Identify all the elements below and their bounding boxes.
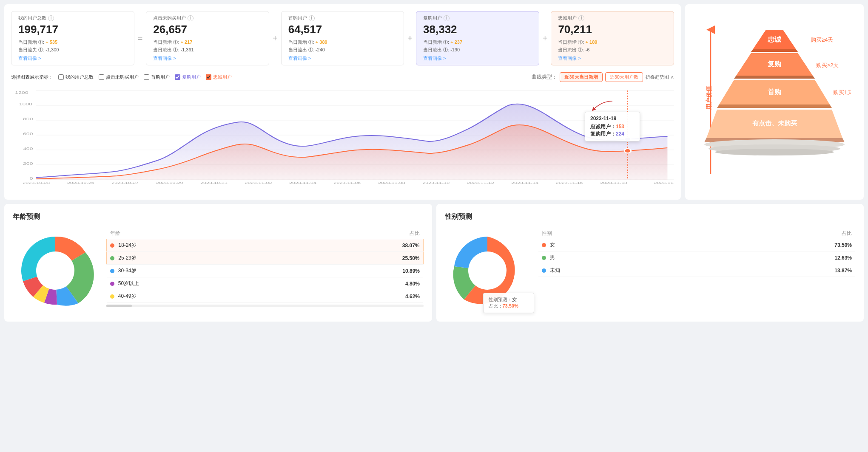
operator1: =: [134, 34, 146, 43]
stat-detail-total: 当日新增 ①: + 535 当日流失 ①: -1,300: [18, 39, 127, 54]
age-donut-container: [13, 228, 98, 313]
stat-value-first: 64,517: [288, 23, 397, 36]
stat-card-first-buy: 首购用户 i 64,517 当日新增 ①: + 389 当日流出 ①: -240…: [281, 11, 404, 65]
svg-point-15: [624, 137, 631, 141]
gender-table-row: 女 73.50%: [538, 239, 856, 251]
svg-text:200: 200: [23, 161, 33, 166]
svg-text:购买1天: 购买1天: [833, 89, 851, 96]
checkbox-loyal[interactable]: [206, 74, 211, 80]
age-table-row: 30-34岁 10.89%: [107, 265, 424, 277]
stat-title-first: 首购用户 i: [288, 15, 397, 21]
gender-table-wrapper: 性别 占比 女 73.50% 男 12.63% 未知 13.87%: [538, 228, 856, 277]
svg-text:购买≥4天: 购买≥4天: [811, 37, 833, 43]
chart-controls: 选择图表展示指标： 我的用户总数 点击未购买用户 首购用户 复购用户 忠: [11, 72, 674, 82]
svg-text:2023-11-18: 2023-11-18: [600, 181, 627, 184]
chart-arrow-annotation: [589, 99, 615, 112]
stat-detail-loyal: 当日新增 ①: + 189 当日流出 ①: -6: [558, 39, 667, 54]
svg-text:2023-10-23: 2023-10-23: [23, 181, 50, 184]
age-data-table: 年龄 占比 18-24岁 38.07% 25-29岁 25.50% 30-34岁…: [106, 228, 424, 303]
stat-link-total[interactable]: 查看画像 >: [18, 55, 127, 62]
operator4: +: [539, 34, 551, 43]
age-table-row: 50岁以上 4.80%: [107, 277, 424, 290]
checkbox-repurchase[interactable]: [175, 74, 180, 80]
info-icon-first[interactable]: i: [309, 15, 315, 21]
svg-marker-41: [734, 76, 815, 79]
svg-text:2023-11-16: 2023-11-16: [556, 181, 583, 184]
age-scrollbar[interactable]: [106, 305, 424, 307]
stat-value-click: 26,657: [153, 23, 262, 36]
gender-tooltip: 性别预测：女 占比：73.50%: [483, 293, 534, 313]
gender-card-title: 性别预测: [445, 212, 856, 221]
bottom-section: 年龄预测: [4, 204, 864, 322]
legend-total[interactable]: 我的用户总数: [58, 74, 94, 80]
main-container: 我的用户总数 i 199,717 当日新增 ①: + 535 当日流失 ①: -…: [0, 0, 868, 452]
gender-data-table: 性别 占比 女 73.50% 男 12.63% 未知 13.87%: [538, 228, 856, 277]
info-icon-loyal[interactable]: i: [578, 15, 584, 21]
right-panel: 用户价值 忠诚 购买≥4天 复购 购买≥2天 首购: [685, 4, 864, 200]
top-section: 我的用户总数 i 199,717 当日新增 ①: + 535 当日流失 ①: -…: [4, 4, 864, 200]
checkbox-first[interactable]: [144, 74, 149, 80]
arrow-svg: [589, 99, 615, 112]
btn-daily-increase[interactable]: 近30天当日新增: [560, 72, 602, 82]
legend-repurchase[interactable]: 复购用户: [175, 74, 201, 80]
stat-detail-first: 当日新增 ①: + 389 当日流出 ①: -240: [288, 39, 397, 54]
fold-chart-btn[interactable]: 折叠趋势图 ∧: [646, 74, 674, 80]
stat-card-repurchase: 复购用户 i 38,332 当日新增 ①: + 237 当日流出 ①: -190…: [416, 11, 539, 65]
chart-legend: 选择图表展示指标： 我的用户总数 点击未购买用户 首购用户 复购用户 忠: [11, 74, 232, 80]
svg-text:首购: 首购: [768, 88, 781, 96]
stat-value-loyal: 70,211: [558, 23, 667, 36]
svg-text:购买≥2天: 购买≥2天: [816, 62, 839, 68]
age-table-row: 40-49岁 4.62%: [107, 290, 424, 303]
svg-text:2023-11-02: 2023-11-02: [245, 181, 272, 184]
info-icon-repurchase[interactable]: i: [444, 15, 450, 21]
stat-title-repurchase: 复购用户 i: [423, 15, 532, 21]
stat-link-first[interactable]: 查看画像 >: [288, 55, 397, 62]
stat-link-click[interactable]: 查看画像 >: [153, 55, 262, 62]
stat-link-repurchase[interactable]: 查看画像 >: [423, 55, 532, 62]
stat-link-loyal[interactable]: 查看画像 >: [558, 55, 667, 62]
age-table-row: 18-24岁 38.07%: [107, 239, 424, 252]
checkbox-total[interactable]: [58, 74, 64, 80]
stat-title-loyal: 忠诚用户 i: [558, 15, 667, 21]
ratio-col-header: 占比: [296, 228, 423, 239]
age-scrollbar-thumb[interactable]: [106, 305, 132, 307]
gender-tooltip-ratio: 占比：73.50%: [489, 303, 529, 309]
svg-marker-37: [751, 49, 798, 52]
btn-user-count[interactable]: 近30天用户数: [605, 72, 643, 82]
age-table-row: 25-29岁 25.50%: [107, 252, 424, 265]
age-card-title: 年龄预测: [13, 212, 424, 221]
svg-text:2023-11-06: 2023-11-06: [334, 181, 361, 184]
svg-point-53: [36, 251, 74, 290]
gender-donut-container: 性别预测：女 占比：73.50%: [445, 228, 530, 313]
gender-tooltip-label: 性别预测：女: [489, 297, 529, 303]
stat-title-click: 点击未购买用户 i: [153, 15, 262, 21]
svg-text:1200: 1200: [15, 90, 28, 95]
legend-loyal[interactable]: 忠诚用户: [206, 74, 232, 80]
stat-card-total: 我的用户总数 i 199,717 当日新增 ①: + 535 当日流失 ①: -…: [11, 11, 134, 65]
chart-svg: 0 200 400 600 800 1000 1200: [11, 86, 674, 184]
legend-click[interactable]: 点击未购买用户: [99, 74, 139, 80]
info-icon-total[interactable]: i: [48, 15, 54, 21]
svg-text:忠诚: 忠诚: [767, 36, 781, 43]
gender-prediction-card: 性别预测: [436, 204, 864, 322]
gender-col-header: 性别: [538, 228, 700, 239]
svg-text:有点击、未购买: 有点击、未购买: [752, 119, 797, 127]
svg-text:2023-11-10: 2023-11-10: [422, 181, 450, 184]
svg-text:800: 800: [23, 117, 33, 121]
gender-table-row: 未知 13.87%: [538, 264, 856, 277]
svg-text:2023-10-27: 2023-10-27: [111, 181, 139, 184]
age-card-content: 年龄 占比 18-24岁 38.07% 25-29岁 25.50% 30-34岁…: [13, 228, 424, 313]
svg-text:2023-10-25: 2023-10-25: [67, 181, 94, 184]
pyramid-svg: 用户价值 忠诚 购买≥4天 复购 购买≥2天 首购: [698, 13, 851, 191]
svg-text:2023-11-04: 2023-11-04: [289, 181, 316, 184]
stat-detail-click: 当日新增 ①: + 217 当日流出 ①: -1,361: [153, 39, 262, 54]
info-icon-click[interactable]: i: [188, 15, 194, 21]
stat-value-repurchase: 38,332: [423, 23, 532, 36]
svg-text:2023-10-31: 2023-10-31: [200, 181, 228, 184]
svg-text:1000: 1000: [19, 102, 33, 106]
age-col-header: 年龄: [107, 228, 296, 239]
stat-title-total: 我的用户总数 i: [18, 15, 127, 21]
svg-text:2023-11-12: 2023-11-12: [467, 181, 494, 184]
checkbox-click[interactable]: [99, 74, 104, 80]
legend-first[interactable]: 首购用户: [144, 74, 170, 80]
